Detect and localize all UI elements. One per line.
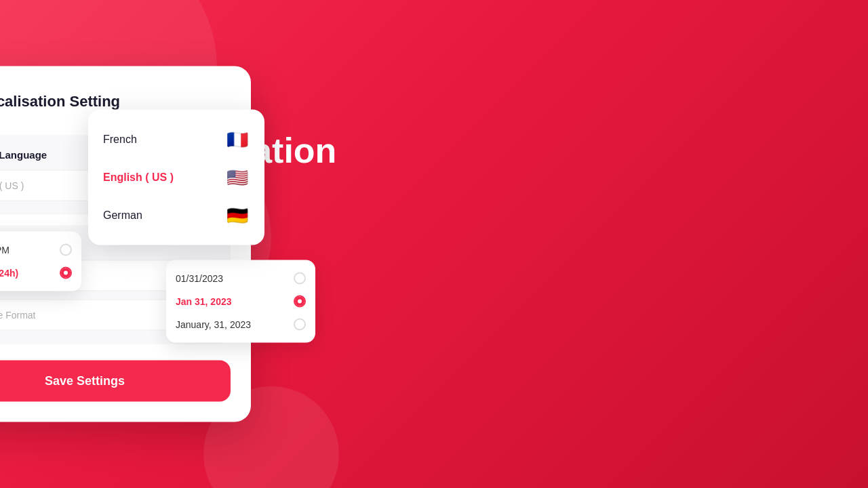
date-option-mdy[interactable]: 01/31/2023 (176, 267, 306, 290)
flag-english: 🇺🇸 (225, 165, 250, 190)
time-option-24h-text: 15:30 (24h) (0, 268, 18, 279)
radio-24h[interactable] (60, 267, 72, 279)
lang-name-french: French (103, 134, 137, 146)
radio-january[interactable] (294, 319, 306, 331)
time-format-placeholder: Set Time Format (0, 310, 35, 321)
radio-jan[interactable] (294, 296, 306, 308)
lang-name-english: English ( US ) (103, 171, 174, 184)
time-option-12h-text: 03:30 PM (0, 245, 9, 256)
lang-name-german: German (103, 209, 142, 222)
date-option-january[interactable]: January, 31, 2023 (176, 313, 306, 336)
date-option-mdy-text: 01/31/2023 (176, 273, 223, 284)
card-title: Localisation Setting (0, 93, 120, 110)
calendar-language-value: English ( US ) (0, 180, 24, 191)
date-option-jan[interactable]: Jan 31, 2023 (176, 290, 306, 313)
flag-french: 🇫🇷 (225, 127, 250, 152)
save-settings-button[interactable]: Save Settings (0, 361, 231, 402)
lang-item-english[interactable]: English ( US ) 🇺🇸 (99, 159, 254, 197)
time-option-12h[interactable]: 03:30 PM (0, 239, 72, 262)
date-option-jan-text: Jan 31, 2023 (176, 296, 232, 307)
flag-german: 🇩🇪 (225, 203, 250, 228)
radio-12h[interactable] (60, 244, 72, 256)
date-option-january-text: January, 31, 2023 (176, 319, 251, 330)
time-format-popup[interactable]: 03:30 PM 15:30 (24h) (0, 232, 81, 291)
lang-item-french[interactable]: French 🇫🇷 (99, 121, 254, 159)
time-option-24h[interactable]: 15:30 (24h) (0, 262, 72, 285)
radio-mdy[interactable] (294, 272, 306, 285)
lang-item-german[interactable]: German 🇩🇪 (99, 197, 254, 235)
language-dropdown-popup[interactable]: French 🇫🇷 English ( US ) 🇺🇸 German 🇩🇪 (88, 110, 264, 245)
main-card: Localisation Setting French 🇫🇷 English (… (0, 66, 251, 422)
date-format-popup[interactable]: 01/31/2023 Jan 31, 2023 January, 31, 202… (166, 260, 315, 343)
